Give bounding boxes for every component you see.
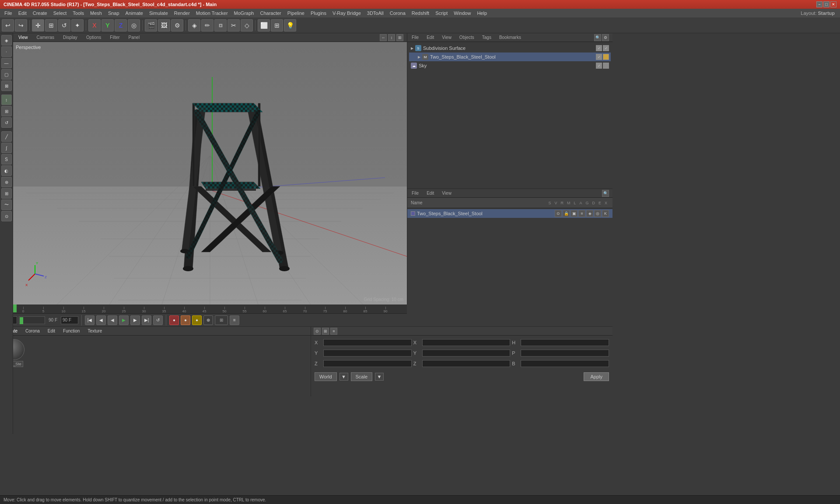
scale-dropdown[interactable]: ▼ [375, 373, 384, 381]
world-button[interactable]: World [315, 372, 337, 381]
sky-vis1[interactable]: ✓ [596, 63, 602, 69]
sky-vis2[interactable] [603, 63, 609, 69]
coord-icon1[interactable]: ⊙ [314, 328, 321, 335]
tool-magnet[interactable]: ⊙ [1, 211, 12, 221]
objects-search-icon[interactable]: 🔍 [594, 34, 601, 41]
menu-render[interactable]: Render [172, 10, 192, 17]
toolbar-top-view[interactable]: ⬜ [258, 19, 270, 32]
mat-tab-texture[interactable]: Texture [85, 328, 105, 334]
maximize-button[interactable]: □ [823, 1, 830, 7]
world-dropdown[interactable]: ▼ [340, 373, 348, 381]
coord-z-rot-input[interactable]: 0 cm [422, 360, 511, 367]
rp-tab-bookmarks[interactable]: Bookmarks [497, 34, 524, 41]
tool-sculpt2[interactable]: ◐ [1, 165, 12, 176]
viewport-icon2[interactable]: ↕ [388, 34, 395, 41]
menu-snap[interactable]: Snap [105, 10, 122, 17]
coord-z-input[interactable]: 0 cm [323, 360, 412, 367]
tool-select-polygon[interactable]: ▢ [1, 69, 12, 80]
attr-icon-lock[interactable]: 🔒 [563, 210, 570, 217]
tool-curve[interactable]: ∫ [1, 143, 12, 153]
toolbar-render-settings[interactable]: ⚙ [171, 19, 183, 32]
viewport-tab-view[interactable]: View [15, 34, 32, 41]
viewport-tab-options[interactable]: Options [83, 34, 105, 41]
timeline-scrubber[interactable] [19, 316, 45, 324]
menu-tools[interactable]: Tools [70, 10, 87, 17]
object-row-sky[interactable]: ☁ Sky ✓ [409, 61, 611, 70]
subdivision-vis1[interactable]: ✓ [596, 45, 602, 51]
coord-icon2[interactable]: ⊞ [322, 328, 329, 335]
tool-smooth[interactable]: 〜 [1, 200, 12, 210]
stool-material-btn[interactable] [603, 54, 609, 60]
toolbar-object[interactable]: ◎ [128, 19, 140, 32]
viewport[interactable]: Perspective [13, 42, 407, 304]
menu-3dtall[interactable]: 3DToAll [364, 10, 386, 17]
menu-mograph[interactable]: MoGraph [231, 10, 257, 17]
menu-select[interactable]: Select [51, 10, 70, 17]
menu-file[interactable]: File [2, 10, 15, 17]
object-row-subdivision[interactable]: ▶ S Subdivision Surface ✓ ✓ [409, 44, 611, 52]
subdivision-vis2[interactable]: ✓ [603, 45, 609, 51]
attr-icon-anim[interactable]: ◎ [594, 210, 601, 217]
attr-icon-render[interactable]: ▣ [570, 210, 578, 217]
coord-icon3[interactable]: ≡ [330, 328, 337, 335]
toolbar-undo[interactable]: ↩ [2, 19, 14, 32]
toolbar-polygon-pen[interactable]: ◈ [188, 19, 200, 32]
playhead[interactable] [13, 304, 17, 312]
menu-edit[interactable]: Edit [16, 10, 29, 17]
frame-end-input[interactable] [61, 316, 78, 324]
toolbar-y-axis[interactable]: Y [102, 19, 114, 32]
menu-vray[interactable]: V-Ray Bridge [330, 10, 364, 17]
coord-y-rot-input[interactable]: 0 cm [422, 350, 511, 357]
menu-corona[interactable]: Corona [387, 10, 408, 17]
toolbar-null[interactable]: ✦ [71, 19, 84, 32]
toolbar-brush[interactable]: ✏ [201, 19, 214, 32]
viewport-tab-display[interactable]: Display [60, 34, 81, 41]
attr-tab-view[interactable]: View [439, 190, 454, 196]
attr-icon-deform[interactable]: ◈ [586, 210, 593, 217]
toolbar-extrude[interactable]: ⧈ [214, 19, 227, 32]
tool-rotate[interactable]: ↺ [1, 117, 12, 128]
viewport-icon1[interactable]: ↔ [380, 34, 387, 41]
toolbar-render[interactable]: 🖼 [158, 19, 170, 32]
menu-plugins[interactable]: Plugins [308, 10, 329, 17]
step-back-button[interactable]: ◀ [96, 315, 106, 325]
tool-sculpt1[interactable]: S [1, 154, 12, 164]
autokey-button[interactable]: ⊛ [203, 315, 213, 325]
stool-vis1[interactable]: ✓ [596, 54, 602, 60]
viewport-tab-panel[interactable]: Panel [125, 34, 144, 41]
coord-x-rot-input[interactable]: 0 cm [422, 339, 511, 346]
go-start-button[interactable]: |◀ [85, 315, 94, 325]
minimize-button[interactable]: − [816, 1, 822, 7]
loop-button[interactable]: ↺ [153, 315, 163, 325]
step-forward-button[interactable]: ▶ [130, 315, 140, 325]
tool-select-edges[interactable]: — [1, 58, 12, 68]
viewport-tab-filter[interactable]: Filter [106, 34, 123, 41]
toolbar-quad-view[interactable]: ⊞ [271, 19, 283, 32]
menu-script[interactable]: Script [433, 10, 450, 17]
tool-grid[interactable]: ⊞ [1, 188, 12, 199]
menu-character[interactable]: Character [257, 10, 284, 17]
keyframe-red[interactable]: ● [169, 315, 179, 325]
rp-tab-view[interactable]: View [439, 34, 454, 41]
toolbar-bevel[interactable]: ◇ [241, 19, 253, 32]
menu-help[interactable]: Help [474, 10, 490, 17]
menu-mesh[interactable]: Mesh [88, 10, 105, 17]
menu-animate[interactable]: Animate [123, 10, 146, 17]
toolbar-scale[interactable]: ⊞ [45, 19, 57, 32]
coord-p-input[interactable]: 0 ° [521, 350, 609, 357]
tool-select-model[interactable]: ◈ [1, 35, 12, 46]
scale-button[interactable]: Scale [351, 372, 373, 381]
rp-tab-edit[interactable]: Edit [424, 34, 437, 41]
toolbar-move[interactable]: ✛ [32, 19, 44, 32]
close-button[interactable]: ✕ [830, 1, 836, 7]
attr-icon-motion[interactable]: ≡ [578, 210, 585, 217]
toolbar-light[interactable]: 💡 [284, 19, 296, 32]
attr-tab-file[interactable]: File [409, 190, 421, 196]
keyframe-orange[interactable]: ● [181, 315, 190, 325]
toolbar-z-axis[interactable]: Z [115, 19, 127, 32]
toolbar-redo[interactable]: ↪ [15, 19, 27, 32]
toolbar-render-region[interactable]: 🎬 [145, 19, 157, 32]
objects-settings-icon[interactable]: ⚙ [602, 34, 609, 41]
tool-select-uv[interactable]: ⊠ [1, 80, 12, 91]
attr-search-icon[interactable]: 🔍 [602, 190, 609, 197]
